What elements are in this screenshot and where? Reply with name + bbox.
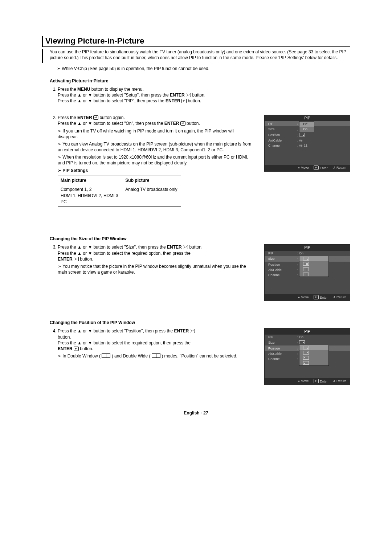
section-size: Changing the Size of the PIP Window (50, 236, 350, 241)
enter-icon (186, 93, 191, 97)
intro-text: You can use the PIP feature to simultane… (50, 49, 350, 61)
pip-settings-table: Main picture Sub picture Component 1, 2 … (58, 176, 181, 207)
vchip-note: While V-Chip (See page 50) is in operati… (57, 66, 350, 71)
step-4: Press the ▲ or ▼ button to select "Posit… (58, 328, 253, 359)
osd-pip-size: PIP PIP: On Size: Position: Air/Cable: A… (264, 244, 350, 301)
enter-icon (190, 329, 195, 333)
osd-pip-onoff: PIP PIP: Off Size: Position: Air/Cable: … (264, 115, 350, 172)
enter-icon (183, 245, 188, 249)
step-3: Press the ▲ or ▼ button to select "Size"… (58, 244, 253, 275)
step-1: Press the MENU button to display the men… (58, 86, 350, 104)
page-title: Viewing Picture-in-Picture (45, 36, 144, 46)
enter-icon (74, 257, 79, 261)
double-wide-icon (152, 353, 160, 358)
section-activating: Activating Picture-in-Picture (50, 78, 350, 83)
enter-icon (74, 347, 79, 351)
page-footer: English - 27 (42, 410, 350, 416)
osd-pip-position: PIP PIP: On Size: Position: Air/Cable: A… (264, 328, 350, 385)
section-position: Changing the Position of the PIP Window (50, 320, 350, 325)
double-window-icon (102, 353, 110, 358)
enter-icon (180, 121, 185, 126)
step-2: Press the ENTER button again. Press the … (58, 115, 253, 206)
enter-icon (93, 115, 98, 120)
enter-icon (181, 99, 187, 103)
